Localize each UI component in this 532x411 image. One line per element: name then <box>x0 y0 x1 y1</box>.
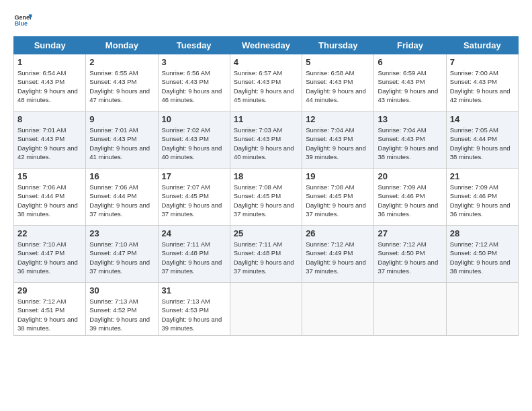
day-info: Sunrise: 7:09 AMSunset: 4:46 PMDaylight:… <box>450 183 515 218</box>
day-number: 5 <box>306 57 370 67</box>
day-info: Sunrise: 7:06 AMSunset: 4:44 PMDaylight:… <box>17 183 82 218</box>
calendar-body: 1Sunrise: 6:54 AMSunset: 4:43 PMDaylight… <box>14 54 519 336</box>
day-info: Sunrise: 6:55 AMSunset: 4:43 PMDaylight:… <box>89 68 154 104</box>
day-number: 1 <box>17 57 82 67</box>
day-info: Sunrise: 6:58 AMSunset: 4:43 PMDaylight:… <box>306 68 370 104</box>
day-number: 8 <box>17 114 82 124</box>
page-header: General Blue <box>13 11 519 30</box>
calendar-cell: 5Sunrise: 6:58 AMSunset: 4:43 PMDaylight… <box>302 54 374 111</box>
day-number: 12 <box>306 114 370 124</box>
day-info: Sunrise: 6:57 AMSunset: 4:43 PMDaylight:… <box>234 68 298 104</box>
day-number: 19 <box>306 171 370 181</box>
day-number: 21 <box>450 171 515 181</box>
calendar-cell: 28Sunrise: 7:12 AMSunset: 4:50 PMDayligh… <box>446 226 518 283</box>
day-number: 25 <box>234 228 298 238</box>
calendar-cell: 3Sunrise: 6:56 AMSunset: 4:43 PMDaylight… <box>158 54 230 111</box>
day-info: Sunrise: 7:05 AMSunset: 4:44 PMDaylight:… <box>450 126 515 161</box>
day-info: Sunrise: 7:12 AMSunset: 4:51 PMDaylight:… <box>17 297 82 332</box>
day-info: Sunrise: 7:10 AMSunset: 4:47 PMDaylight:… <box>17 240 82 275</box>
calendar-cell: 20Sunrise: 7:09 AMSunset: 4:46 PMDayligh… <box>374 169 446 226</box>
calendar-cell: 8Sunrise: 7:01 AMSunset: 4:43 PMDaylight… <box>14 111 86 169</box>
day-info: Sunrise: 7:06 AMSunset: 4:44 PMDaylight:… <box>89 183 154 218</box>
day-info: Sunrise: 7:10 AMSunset: 4:47 PMDaylight:… <box>89 240 154 275</box>
day-number: 28 <box>450 228 515 238</box>
day-info: Sunrise: 7:02 AMSunset: 4:43 PMDaylight:… <box>162 126 226 161</box>
day-info: Sunrise: 7:13 AMSunset: 4:53 PMDaylight:… <box>162 297 226 332</box>
day-info: Sunrise: 7:01 AMSunset: 4:43 PMDaylight:… <box>89 126 154 161</box>
day-number: 7 <box>450 57 515 67</box>
day-info: Sunrise: 7:03 AMSunset: 4:43 PMDaylight:… <box>234 126 298 161</box>
calendar-cell: 10Sunrise: 7:02 AMSunset: 4:43 PMDayligh… <box>158 111 230 169</box>
day-number: 30 <box>89 285 154 295</box>
calendar-cell: 22Sunrise: 7:10 AMSunset: 4:47 PMDayligh… <box>14 226 86 283</box>
calendar-cell: 4Sunrise: 6:57 AMSunset: 4:43 PMDaylight… <box>230 54 302 111</box>
calendar-cell: 30Sunrise: 7:13 AMSunset: 4:52 PMDayligh… <box>86 283 158 336</box>
day-info: Sunrise: 7:09 AMSunset: 4:46 PMDaylight:… <box>378 183 442 218</box>
column-header-friday: Friday <box>374 37 446 54</box>
column-header-tuesday: Tuesday <box>158 37 230 54</box>
day-number: 22 <box>17 228 82 238</box>
calendar-cell: 2Sunrise: 6:55 AMSunset: 4:43 PMDaylight… <box>86 54 158 111</box>
day-number: 4 <box>234 57 298 67</box>
day-info: Sunrise: 7:07 AMSunset: 4:45 PMDaylight:… <box>162 183 226 218</box>
calendar-cell: 13Sunrise: 7:04 AMSunset: 4:43 PMDayligh… <box>374 111 446 169</box>
calendar-cell: 25Sunrise: 7:11 AMSunset: 4:48 PMDayligh… <box>230 226 302 283</box>
day-number: 23 <box>89 228 154 238</box>
day-number: 6 <box>378 57 442 67</box>
day-number: 20 <box>378 171 442 181</box>
logo: General Blue <box>13 11 32 30</box>
calendar-cell <box>446 283 518 336</box>
calendar-row-3: 22Sunrise: 7:10 AMSunset: 4:47 PMDayligh… <box>14 226 519 283</box>
calendar-row-1: 8Sunrise: 7:01 AMSunset: 4:43 PMDaylight… <box>14 111 519 169</box>
day-info: Sunrise: 7:01 AMSunset: 4:43 PMDaylight:… <box>17 126 82 161</box>
calendar-cell: 23Sunrise: 7:10 AMSunset: 4:47 PMDayligh… <box>86 226 158 283</box>
day-number: 3 <box>162 57 226 67</box>
day-number: 31 <box>162 285 226 295</box>
calendar-cell: 14Sunrise: 7:05 AMSunset: 4:44 PMDayligh… <box>446 111 518 169</box>
calendar-cell: 18Sunrise: 7:08 AMSunset: 4:45 PMDayligh… <box>230 169 302 226</box>
day-info: Sunrise: 7:12 AMSunset: 4:49 PMDaylight:… <box>306 240 370 275</box>
day-number: 2 <box>89 57 154 67</box>
day-info: Sunrise: 7:13 AMSunset: 4:52 PMDaylight:… <box>89 297 154 332</box>
calendar-cell: 26Sunrise: 7:12 AMSunset: 4:49 PMDayligh… <box>302 226 374 283</box>
day-info: Sunrise: 7:12 AMSunset: 4:50 PMDaylight:… <box>450 240 515 275</box>
calendar-cell: 6Sunrise: 6:59 AMSunset: 4:43 PMDaylight… <box>374 54 446 111</box>
calendar-cell <box>230 283 302 336</box>
calendar-cell: 31Sunrise: 7:13 AMSunset: 4:53 PMDayligh… <box>158 283 230 336</box>
day-info: Sunrise: 6:59 AMSunset: 4:43 PMDaylight:… <box>378 68 442 104</box>
calendar-cell: 7Sunrise: 7:00 AMSunset: 4:43 PMDaylight… <box>446 54 518 111</box>
day-number: 15 <box>17 171 82 181</box>
calendar-cell: 19Sunrise: 7:08 AMSunset: 4:45 PMDayligh… <box>302 169 374 226</box>
calendar-table: SundayMondayTuesdayWednesdayThursdayFrid… <box>13 36 519 336</box>
day-info: Sunrise: 7:08 AMSunset: 4:45 PMDaylight:… <box>234 183 298 218</box>
day-info: Sunrise: 7:11 AMSunset: 4:48 PMDaylight:… <box>234 240 298 275</box>
day-number: 24 <box>162 228 226 238</box>
calendar-cell: 9Sunrise: 7:01 AMSunset: 4:43 PMDaylight… <box>86 111 158 169</box>
calendar-cell: 24Sunrise: 7:11 AMSunset: 4:48 PMDayligh… <box>158 226 230 283</box>
calendar-row-2: 15Sunrise: 7:06 AMSunset: 4:44 PMDayligh… <box>14 169 519 226</box>
day-number: 26 <box>306 228 370 238</box>
day-info: Sunrise: 7:04 AMSunset: 4:43 PMDaylight:… <box>378 126 442 161</box>
column-header-wednesday: Wednesday <box>230 37 302 54</box>
day-info: Sunrise: 7:08 AMSunset: 4:45 PMDaylight:… <box>306 183 370 218</box>
column-header-monday: Monday <box>86 37 158 54</box>
day-info: Sunrise: 6:54 AMSunset: 4:43 PMDaylight:… <box>17 68 82 104</box>
day-number: 14 <box>450 114 515 124</box>
column-header-sunday: Sunday <box>14 37 86 54</box>
calendar-cell: 27Sunrise: 7:12 AMSunset: 4:50 PMDayligh… <box>374 226 446 283</box>
calendar-cell: 21Sunrise: 7:09 AMSunset: 4:46 PMDayligh… <box>446 169 518 226</box>
calendar-row-4: 29Sunrise: 7:12 AMSunset: 4:51 PMDayligh… <box>14 283 519 336</box>
calendar-cell: 16Sunrise: 7:06 AMSunset: 4:44 PMDayligh… <box>86 169 158 226</box>
day-number: 17 <box>162 171 226 181</box>
day-number: 27 <box>378 228 442 238</box>
calendar-row-0: 1Sunrise: 6:54 AMSunset: 4:43 PMDaylight… <box>14 54 519 111</box>
day-info: Sunrise: 6:56 AMSunset: 4:43 PMDaylight:… <box>162 68 226 104</box>
day-number: 11 <box>234 114 298 124</box>
calendar-cell: 17Sunrise: 7:07 AMSunset: 4:45 PMDayligh… <box>158 169 230 226</box>
calendar-cell <box>302 283 374 336</box>
calendar-cell <box>374 283 446 336</box>
column-header-thursday: Thursday <box>302 37 374 54</box>
calendar-cell: 15Sunrise: 7:06 AMSunset: 4:44 PMDayligh… <box>14 169 86 226</box>
day-number: 18 <box>234 171 298 181</box>
day-info: Sunrise: 7:00 AMSunset: 4:43 PMDaylight:… <box>450 68 515 104</box>
